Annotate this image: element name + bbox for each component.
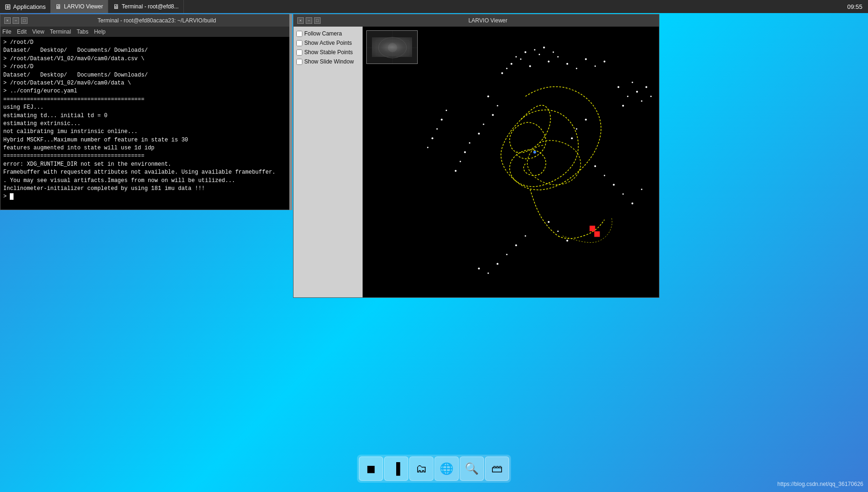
- tab-larvio-viewer[interactable]: 🖥 LARVIO Viewer: [50, 0, 108, 13]
- svg-point-63: [571, 137, 573, 139]
- terminal-icon: ▐: [392, 462, 400, 475]
- terminal-line: > ../config/euroc.yaml: [3, 87, 287, 95]
- dock-btn-browser[interactable]: 🌐: [434, 457, 459, 481]
- dock-btn-files[interactable]: ◼: [359, 457, 383, 481]
- svg-point-50: [525, 235, 526, 237]
- svg-point-52: [506, 254, 508, 255]
- dock-btn-folder[interactable]: 🗂: [409, 457, 434, 481]
- show-active-points-checkbox[interactable]: Show Active Points: [295, 39, 361, 47]
- svg-rect-64: [589, 226, 595, 232]
- tab-terminal[interactable]: 🖥 Terminal - root@efd8...: [108, 0, 184, 13]
- bottom-url: https://blog.csdn.net/qq_36170626: [777, 481, 863, 487]
- terminal-line: > /root/Dataset/V1_02/mav0/cam0/data \: [3, 79, 287, 87]
- terminal-line: using FEJ...: [3, 104, 287, 112]
- svg-point-16: [543, 47, 545, 49]
- larvio-viewport[interactable]: [363, 27, 659, 297]
- dock-btn-search[interactable]: 🔍: [460, 457, 484, 481]
- dock-btn-terminal[interactable]: ▐: [384, 457, 408, 481]
- terminal-line: . You may see visual artifacts.Images fr…: [3, 177, 287, 185]
- show-active-points-input[interactable]: [296, 40, 302, 46]
- svg-point-36: [632, 82, 633, 83]
- applications-menu[interactable]: ⊞ Applications: [0, 0, 50, 13]
- terminal-max-btn[interactable]: □: [21, 17, 28, 24]
- menu-view[interactable]: View: [32, 28, 44, 35]
- svg-point-62: [576, 128, 577, 130]
- show-stable-points-label: Show Stable Points: [304, 49, 353, 56]
- svg-point-61: [585, 119, 587, 120]
- menu-help[interactable]: Help: [94, 28, 106, 35]
- files-icon: ◼: [366, 462, 376, 475]
- files2-icon: 🗃: [491, 462, 503, 475]
- larvio-tab-icon: 🖥: [55, 3, 62, 10]
- menu-tabs[interactable]: Tabs: [77, 28, 88, 35]
- svg-point-25: [497, 105, 498, 106]
- svg-point-18: [501, 72, 503, 74]
- folder-icon: 🗂: [416, 462, 427, 475]
- svg-point-45: [631, 203, 633, 204]
- menu-terminal[interactable]: Terminal: [50, 28, 71, 35]
- terminal-title: Terminal - root@efd80acaca23: ~/LARVIO/b…: [28, 17, 286, 24]
- svg-point-9: [539, 54, 540, 55]
- terminal-line: > /root/D: [3, 63, 287, 71]
- follow-camera-checkbox[interactable]: Follow Camera: [295, 29, 361, 38]
- terminal-line: > /root/Dataset/V1_02/mav0/cam0/data.csv…: [3, 55, 287, 63]
- larvio-body: Follow Camera Show Active Points Show St…: [294, 27, 659, 297]
- svg-point-14: [525, 51, 526, 53]
- svg-point-42: [604, 175, 605, 176]
- svg-point-17: [553, 51, 554, 53]
- svg-point-6: [511, 63, 512, 65]
- follow-camera-input[interactable]: [296, 31, 302, 37]
- terminal-line: features augmented into state will use 1…: [3, 144, 287, 152]
- larvio-window-controls[interactable]: × − □: [297, 17, 321, 24]
- terminal-close-btn[interactable]: ×: [4, 17, 11, 24]
- apps-icon: ⊞: [5, 2, 11, 11]
- terminal-tab-icon: 🖥: [113, 3, 119, 10]
- clock: 09:55: [841, 3, 868, 10]
- larvio-sidebar: Follow Camera Show Active Points Show St…: [294, 27, 363, 297]
- svg-point-48: [557, 231, 559, 232]
- terminal-window-controls[interactable]: × − □: [4, 17, 28, 24]
- terminal-line: estimating extrinsic...: [3, 120, 287, 128]
- terminal-min-btn[interactable]: −: [13, 17, 19, 24]
- terminal-cursor: [10, 193, 14, 200]
- svg-point-43: [613, 184, 615, 186]
- show-stable-points-checkbox[interactable]: Show Stable Points: [295, 48, 361, 56]
- larvio-titlebar: × − □ LARVIO Viewer: [294, 14, 659, 27]
- svg-point-30: [464, 151, 466, 153]
- larvio-min-btn[interactable]: −: [306, 17, 312, 24]
- larvio-window: × − □ LARVIO Viewer Follow Camera Show A…: [293, 14, 659, 298]
- svg-point-44: [623, 193, 624, 195]
- svg-point-60: [427, 147, 428, 148]
- svg-point-11: [557, 56, 559, 57]
- svg-point-12: [567, 63, 568, 65]
- larvio-title: LARVIO Viewer: [321, 17, 655, 24]
- svg-point-46: [641, 189, 643, 190]
- dock-btn-files2[interactable]: 🗃: [485, 457, 509, 481]
- viz-canvas: [363, 27, 659, 297]
- larvio-close-btn[interactable]: ×: [297, 17, 304, 24]
- search-icon: 🔍: [465, 462, 479, 475]
- svg-point-40: [650, 96, 651, 97]
- show-slide-window-checkbox[interactable]: Show Slide Window: [295, 57, 361, 66]
- show-stable-points-input[interactable]: [296, 49, 302, 56]
- terminal-line: Dataset/ Desktop/ Documents/ Downloads/: [3, 71, 287, 79]
- larvio-max-btn[interactable]: □: [314, 17, 321, 24]
- menu-file[interactable]: File: [2, 28, 11, 35]
- svg-point-24: [487, 95, 489, 97]
- terminal-body[interactable]: > /root/DDataset/ Desktop/ Documents/ Do…: [0, 37, 290, 210]
- current-position: [533, 151, 536, 154]
- terminal-line: Framebuffer with requested attributes no…: [3, 169, 287, 176]
- menu-edit[interactable]: Edit: [17, 28, 27, 35]
- svg-point-35: [622, 105, 624, 106]
- show-slide-window-input[interactable]: [296, 59, 302, 65]
- svg-point-31: [460, 161, 461, 162]
- larvio-tab-label: LARVIO Viewer: [64, 3, 103, 10]
- svg-point-59: [432, 137, 434, 139]
- svg-point-55: [478, 267, 480, 269]
- terminal-line: > /root/D: [3, 39, 287, 47]
- svg-point-41: [594, 165, 596, 167]
- svg-point-10: [548, 61, 550, 63]
- svg-point-34: [627, 96, 629, 97]
- yellow-trajectory: [501, 87, 612, 243]
- window-splitter[interactable]: [289, 14, 292, 210]
